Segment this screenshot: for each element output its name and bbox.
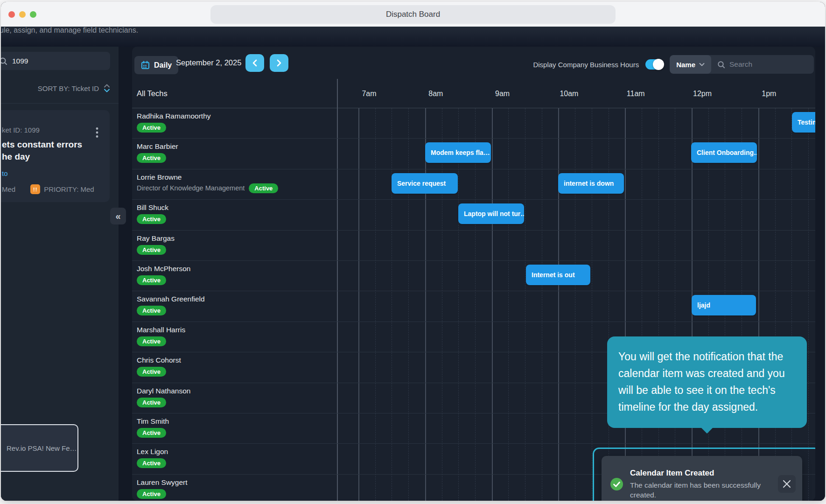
app-window: Dispatch Board ule, assign, and manage f… [1,2,825,501]
search-group: Name [670,55,814,74]
chevron-down-icon [104,89,110,92]
priority-label: PRIORITY: Med [44,185,94,193]
next-day-button[interactable] [270,54,288,72]
schedule-header: All Techs 7am8am9am10am11am12pm1pm [132,79,815,108]
macos-titlebar: Dispatch Board [1,2,825,27]
desktop-background: Dispatch Board ule, assign, and manage f… [0,0,826,504]
ticket-card[interactable]: ket ID: 1099 ets constant errors he day … [1,110,110,202]
promo-text: Rev.io PSA! New Fe… [7,444,77,452]
ticket-status-fragment: Med [2,185,15,193]
ticket-title: ets constant errors he day [2,139,103,163]
hour-label: 11am [627,79,645,108]
sidebar-collapse-button[interactable]: « [110,208,126,224]
hour-label: 9am [495,79,510,108]
sort-direction-toggle[interactable] [104,84,110,92]
business-hours-toggle[interactable] [645,59,663,70]
calendar-event[interactable]: Service request [392,173,458,194]
calendar-event[interactable]: Internet is out [526,265,590,285]
ticket-title-line1: ets constant errors [2,139,103,151]
search-field-label: Name [676,61,695,69]
promo-card[interactable]: Rev.io PSA! New Fe… [1,424,78,472]
board-search-input[interactable] [729,60,808,69]
toast-text: Calendar Item Created The calendar item … [630,469,771,500]
zoom-window-button[interactable] [30,11,36,18]
sort-label: SORT BY: Ticket ID [38,84,99,92]
events-layer: TestinModem keeps fla…Client Onboarding…… [132,108,815,501]
search-icon [717,61,725,69]
chevron-right-icon [277,59,281,67]
hour-label: 1pm [762,79,776,108]
business-hours-label: Display Company Business Hours [533,61,639,69]
hour-label: 8am [428,79,443,108]
board-search-box [711,60,814,69]
sidebar-divider [1,103,119,104]
app-header-strip: ule, assign, and manage field technician… [1,27,825,47]
view-mode-button[interactable]: Daily [134,56,178,74]
board-toolbar: Daily September 2, 2025 Displ [132,47,815,79]
current-date: September 2, 2025 [176,47,241,79]
hour-label: 10am [560,79,578,108]
calendar-event[interactable]: Laptop will not tur… [458,203,524,224]
search-icon [1,57,7,65]
toast-title: Calendar Item Created [630,469,771,478]
window-title-pill: Dispatch Board [210,5,616,24]
kebab-menu-icon[interactable] [96,127,98,138]
calendar-event[interactable]: Testin [792,112,815,133]
ticket-sidebar: SORT BY: Ticket ID ket ID: 1099 [1,47,119,501]
ticket-link[interactable]: to [2,169,103,177]
toolbar-right-group: Display Company Business Hours Name [533,55,814,74]
close-icon [782,479,791,489]
ticket-search-box [1,52,110,70]
page-subtitle-clipped: ule, assign, and manage field technician… [1,27,825,35]
walkthrough-tooltip-text: You will get the notification that the c… [618,350,785,413]
toast-close-button[interactable] [778,475,796,493]
close-window-button[interactable] [8,11,15,18]
sort-control[interactable]: SORT BY: Ticket ID [38,84,110,92]
calendar-icon [141,61,150,70]
app-body: SORT BY: Ticket ID ket ID: 1099 [1,47,825,501]
walkthrough-tooltip: You will get the notification that the c… [607,336,807,428]
calendar-event[interactable]: Modem keeps fla… [425,142,491,163]
all-techs-header: All Techs [137,79,168,108]
ticket-title-line2: he day [2,151,103,163]
minimize-window-button[interactable] [19,11,26,18]
priority-icon: !! [30,184,40,194]
ticket-meta-row: Med !! PRIORITY: Med [2,184,103,194]
dispatch-board-panel: Daily September 2, 2025 Displ [132,47,815,501]
hour-label: 7am [362,79,376,108]
hour-label: 12pm [693,79,712,108]
search-field-dropdown[interactable]: Name [670,55,711,74]
success-check-icon [610,477,623,491]
chevron-down-icon [699,63,705,66]
toast-message: The calendar item has been successfully … [630,480,763,500]
toggle-knob [653,59,664,70]
toast-notification: Calendar Item Created The calendar item … [602,456,802,501]
window-title: Dispatch Board [386,10,440,19]
chevron-left-icon [252,59,257,67]
window-controls [8,11,36,18]
calendar-event[interactable]: Client Onboarding… [691,142,757,163]
view-mode-label: Daily [154,61,172,70]
chevron-up-icon [104,84,110,88]
ticket-search-input[interactable] [12,57,87,65]
calendar-event[interactable]: internet is down [558,173,624,194]
previous-day-button[interactable] [245,54,264,72]
ticket-id: ket ID: 1099 [2,126,103,134]
calendar-event[interactable]: ljajd [692,295,756,315]
